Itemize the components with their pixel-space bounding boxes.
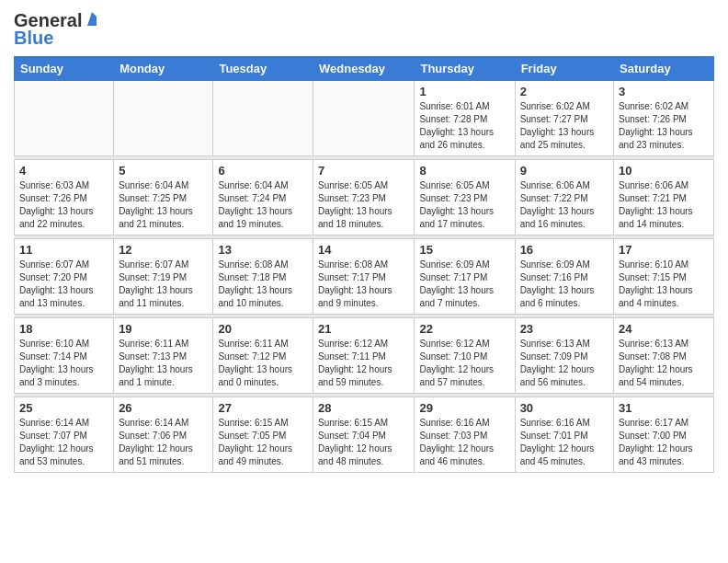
day-number: 31 [619,401,709,415]
calendar-header-sunday: Sunday [15,57,114,81]
svg-marker-0 [87,12,97,26]
day-info: Sunrise: 6:09 AM Sunset: 7:16 PM Dayligh… [520,259,609,310]
day-number: 9 [520,164,609,178]
calendar-cell: 27Sunrise: 6:15 AM Sunset: 7:05 PM Dayli… [213,397,313,473]
calendar-header-row: SundayMondayTuesdayWednesdayThursdayFrid… [15,57,714,81]
calendar-cell: 22Sunrise: 6:12 AM Sunset: 7:10 PM Dayli… [415,318,515,394]
day-info: Sunrise: 6:04 AM Sunset: 7:24 PM Dayligh… [218,179,308,231]
calendar-cell: 3Sunrise: 6:02 AM Sunset: 7:26 PM Daylig… [614,81,714,156]
day-number: 23 [520,322,609,336]
calendar-week-4: 18Sunrise: 6:10 AM Sunset: 7:14 PM Dayli… [15,318,714,394]
day-info: Sunrise: 6:01 AM Sunset: 7:28 PM Dayligh… [419,100,509,152]
calendar-cell: 19Sunrise: 6:11 AM Sunset: 7:13 PM Dayli… [114,318,213,394]
day-info: Sunrise: 6:06 AM Sunset: 7:21 PM Dayligh… [619,179,709,231]
day-number: 14 [318,243,409,257]
day-number: 22 [419,322,509,336]
calendar-cell: 6Sunrise: 6:04 AM Sunset: 7:24 PM Daylig… [213,160,313,236]
day-number: 10 [619,164,709,178]
page-header: General Blue [14,9,714,49]
calendar-cell: 20Sunrise: 6:11 AM Sunset: 7:12 PM Dayli… [213,318,313,394]
day-number: 12 [119,243,208,257]
calendar-cell: 4Sunrise: 6:03 AM Sunset: 7:26 PM Daylig… [15,160,114,236]
calendar-cell: 15Sunrise: 6:09 AM Sunset: 7:17 PM Dayli… [415,239,515,315]
calendar-cell: 26Sunrise: 6:14 AM Sunset: 7:06 PM Dayli… [114,397,213,473]
calendar-cell: 25Sunrise: 6:14 AM Sunset: 7:07 PM Dayli… [15,397,114,473]
day-number: 25 [19,401,108,415]
day-number: 30 [520,401,609,415]
calendar-cell: 2Sunrise: 6:02 AM Sunset: 7:27 PM Daylig… [515,81,613,156]
calendar-cell: 23Sunrise: 6:13 AM Sunset: 7:09 PM Dayli… [515,318,613,394]
day-info: Sunrise: 6:02 AM Sunset: 7:27 PM Dayligh… [520,100,609,152]
calendar-cell: 12Sunrise: 6:07 AM Sunset: 7:19 PM Dayli… [114,239,213,315]
day-number: 27 [218,401,308,415]
calendar-cell [213,81,313,156]
calendar-cell [313,81,415,156]
day-number: 8 [419,164,509,178]
day-number: 18 [19,322,108,336]
calendar-cell: 24Sunrise: 6:13 AM Sunset: 7:08 PM Dayli… [614,318,714,394]
calendar-header-thursday: Thursday [415,57,515,81]
logo-arrow [84,11,100,31]
calendar-cell: 8Sunrise: 6:05 AM Sunset: 7:23 PM Daylig… [415,160,515,236]
calendar-cell: 29Sunrise: 6:16 AM Sunset: 7:03 PM Dayli… [415,397,515,473]
day-info: Sunrise: 6:09 AM Sunset: 7:17 PM Dayligh… [419,259,509,310]
day-number: 15 [419,243,509,257]
calendar-cell: 31Sunrise: 6:17 AM Sunset: 7:00 PM Dayli… [614,397,714,473]
day-info: Sunrise: 6:02 AM Sunset: 7:26 PM Dayligh… [619,100,709,152]
day-info: Sunrise: 6:10 AM Sunset: 7:14 PM Dayligh… [19,338,108,389]
day-info: Sunrise: 6:05 AM Sunset: 7:23 PM Dayligh… [419,179,509,231]
day-info: Sunrise: 6:17 AM Sunset: 7:00 PM Dayligh… [619,417,709,468]
day-info: Sunrise: 6:12 AM Sunset: 7:10 PM Dayligh… [419,338,509,389]
day-info: Sunrise: 6:03 AM Sunset: 7:26 PM Dayligh… [19,179,108,231]
day-info: Sunrise: 6:16 AM Sunset: 7:01 PM Dayligh… [520,417,609,468]
day-info: Sunrise: 6:05 AM Sunset: 7:23 PM Dayligh… [318,179,409,231]
calendar-cell: 7Sunrise: 6:05 AM Sunset: 7:23 PM Daylig… [313,160,415,236]
day-info: Sunrise: 6:10 AM Sunset: 7:15 PM Dayligh… [619,259,709,310]
day-info: Sunrise: 6:14 AM Sunset: 7:07 PM Dayligh… [19,417,108,468]
day-number: 1 [419,85,509,98]
calendar-header-saturday: Saturday [614,57,714,81]
day-number: 7 [318,164,409,178]
day-info: Sunrise: 6:04 AM Sunset: 7:25 PM Dayligh… [119,179,208,231]
calendar-cell: 14Sunrise: 6:08 AM Sunset: 7:17 PM Dayli… [313,239,415,315]
day-number: 19 [119,322,208,336]
day-number: 29 [419,401,509,415]
calendar-header-tuesday: Tuesday [213,57,313,81]
day-info: Sunrise: 6:16 AM Sunset: 7:03 PM Dayligh… [419,417,509,468]
calendar-header-monday: Monday [114,57,213,81]
day-info: Sunrise: 6:11 AM Sunset: 7:12 PM Dayligh… [218,338,308,389]
calendar-cell [15,81,114,156]
day-number: 16 [520,243,609,257]
day-number: 21 [318,322,409,336]
calendar-cell [114,81,213,156]
calendar-header-friday: Friday [515,57,613,81]
calendar-cell: 11Sunrise: 6:07 AM Sunset: 7:20 PM Dayli… [15,239,114,315]
day-info: Sunrise: 6:15 AM Sunset: 7:05 PM Dayligh… [218,417,308,468]
day-number: 26 [119,401,208,415]
calendar-cell: 17Sunrise: 6:10 AM Sunset: 7:15 PM Dayli… [614,239,714,315]
calendar: SundayMondayTuesdayWednesdayThursdayFrid… [14,56,714,473]
calendar-cell: 13Sunrise: 6:08 AM Sunset: 7:18 PM Dayli… [213,239,313,315]
calendar-header-wednesday: Wednesday [313,57,415,81]
calendar-cell: 16Sunrise: 6:09 AM Sunset: 7:16 PM Dayli… [515,239,613,315]
day-info: Sunrise: 6:08 AM Sunset: 7:18 PM Dayligh… [218,259,308,310]
calendar-cell: 21Sunrise: 6:12 AM Sunset: 7:11 PM Dayli… [313,318,415,394]
day-info: Sunrise: 6:06 AM Sunset: 7:22 PM Dayligh… [520,179,609,231]
calendar-cell: 18Sunrise: 6:10 AM Sunset: 7:14 PM Dayli… [15,318,114,394]
day-number: 4 [19,164,108,178]
day-number: 5 [119,164,208,178]
day-number: 24 [619,322,709,336]
calendar-cell: 10Sunrise: 6:06 AM Sunset: 7:21 PM Dayli… [614,160,714,236]
day-info: Sunrise: 6:07 AM Sunset: 7:20 PM Dayligh… [19,259,108,310]
day-info: Sunrise: 6:07 AM Sunset: 7:19 PM Dayligh… [119,259,208,310]
logo-blue: Blue [14,28,53,49]
calendar-cell: 5Sunrise: 6:04 AM Sunset: 7:25 PM Daylig… [114,160,213,236]
calendar-week-3: 11Sunrise: 6:07 AM Sunset: 7:20 PM Dayli… [15,239,714,315]
calendar-week-5: 25Sunrise: 6:14 AM Sunset: 7:07 PM Dayli… [15,397,714,473]
day-info: Sunrise: 6:08 AM Sunset: 7:17 PM Dayligh… [318,259,409,310]
day-number: 11 [19,243,108,257]
day-info: Sunrise: 6:11 AM Sunset: 7:13 PM Dayligh… [119,338,208,389]
day-info: Sunrise: 6:13 AM Sunset: 7:08 PM Dayligh… [619,338,709,389]
calendar-week-2: 4Sunrise: 6:03 AM Sunset: 7:26 PM Daylig… [15,160,714,236]
day-info: Sunrise: 6:13 AM Sunset: 7:09 PM Dayligh… [520,338,609,389]
